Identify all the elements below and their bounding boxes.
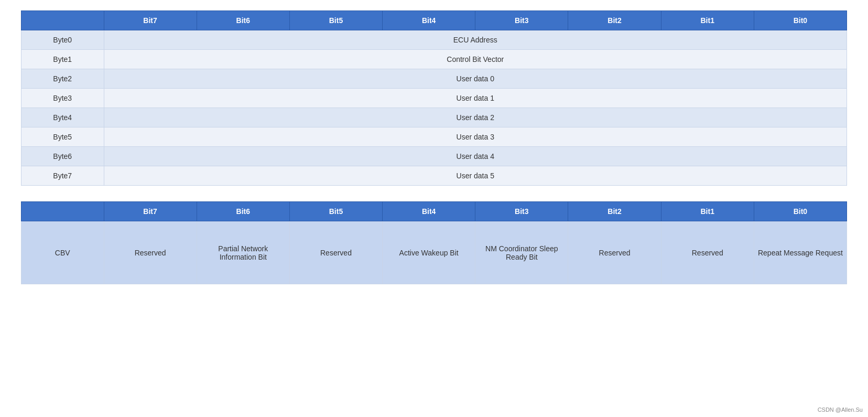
table-row: Byte1 Control Bit Vector xyxy=(21,50,847,69)
row-content: User data 3 xyxy=(104,127,847,147)
row-label: Byte6 xyxy=(21,147,104,166)
cbv-bit0: Repeat Message Request xyxy=(754,221,847,284)
table2-header-bit2: Bit2 xyxy=(568,202,661,221)
table2-header-row: Bit7 Bit6 Bit5 Bit4 Bit3 Bit2 Bit1 Bit0 xyxy=(21,202,847,221)
row-content: User data 1 xyxy=(104,89,847,108)
table-row: Byte3 User data 1 xyxy=(21,89,847,108)
table-row: CBV Reserved Partial Network Information… xyxy=(21,221,847,284)
cbv-label: CBV xyxy=(21,221,104,284)
table2-header-bit0: Bit0 xyxy=(754,202,847,221)
table-row: Byte6 User data 4 xyxy=(21,147,847,166)
table1-header-bit6: Bit6 xyxy=(197,11,289,30)
row-label: Byte1 xyxy=(21,50,104,69)
row-content: User data 5 xyxy=(104,166,847,186)
table2-header-bit7: Bit7 xyxy=(104,202,197,221)
table-row: Byte0 ECU Address xyxy=(21,30,847,50)
row-label: Byte0 xyxy=(21,30,104,50)
row-content: User data 4 xyxy=(104,147,847,166)
row-label: Byte2 xyxy=(21,69,104,89)
table2: Bit7 Bit6 Bit5 Bit4 Bit3 Bit2 Bit1 Bit0 … xyxy=(21,201,847,284)
cbv-bit1: Reserved xyxy=(661,221,754,284)
table1-header-bit4: Bit4 xyxy=(383,11,475,30)
row-content: Control Bit Vector xyxy=(104,50,847,69)
table1-header-bit3: Bit3 xyxy=(475,11,568,30)
table2-header-bit3: Bit3 xyxy=(475,202,568,221)
table2-header-bit5: Bit5 xyxy=(289,202,382,221)
cbv-bit2: Reserved xyxy=(568,221,661,284)
table2-header-empty xyxy=(21,202,104,221)
table1-header-bit0: Bit0 xyxy=(754,11,847,30)
table1-header-bit7: Bit7 xyxy=(104,11,197,30)
cbv-bit6: Partial Network Information Bit xyxy=(197,221,289,284)
cbv-bit3: NM Coordinator Sleep Ready Bit xyxy=(475,221,568,284)
row-content: User data 0 xyxy=(104,69,847,89)
cbv-bit4: Active Wakeup Bit xyxy=(383,221,475,284)
row-label: Byte3 xyxy=(21,89,104,108)
table-row: Byte2 User data 0 xyxy=(21,69,847,89)
row-label: Byte7 xyxy=(21,166,104,186)
table-row: Byte7 User data 5 xyxy=(21,166,847,186)
table1-header-empty xyxy=(21,11,104,30)
row-label: Byte4 xyxy=(21,108,104,127)
row-content: ECU Address xyxy=(104,30,847,50)
watermark-text: CSDN @Allen.Su xyxy=(818,407,863,413)
table2-header-bit1: Bit1 xyxy=(661,202,754,221)
row-content: User data 2 xyxy=(104,108,847,127)
table1: Bit7 Bit6 Bit5 Bit4 Bit3 Bit2 Bit1 Bit0 … xyxy=(21,10,847,186)
cbv-bit5: Reserved xyxy=(289,221,382,284)
table1-header-bit5: Bit5 xyxy=(289,11,382,30)
table1-header-row: Bit7 Bit6 Bit5 Bit4 Bit3 Bit2 Bit1 Bit0 xyxy=(21,11,847,30)
table-row: Byte4 User data 2 xyxy=(21,108,847,127)
cbv-bit7: Reserved xyxy=(104,221,197,284)
table1-header-bit2: Bit2 xyxy=(568,11,661,30)
table-row: Byte5 User data 3 xyxy=(21,127,847,147)
table1-wrapper: Bit7 Bit6 Bit5 Bit4 Bit3 Bit2 Bit1 Bit0 … xyxy=(21,10,847,186)
table2-header-bit4: Bit4 xyxy=(383,202,475,221)
table2-header-bit6: Bit6 xyxy=(197,202,289,221)
row-label: Byte5 xyxy=(21,127,104,147)
table2-wrapper: Bit7 Bit6 Bit5 Bit4 Bit3 Bit2 Bit1 Bit0 … xyxy=(21,201,847,284)
table1-header-bit1: Bit1 xyxy=(661,11,754,30)
